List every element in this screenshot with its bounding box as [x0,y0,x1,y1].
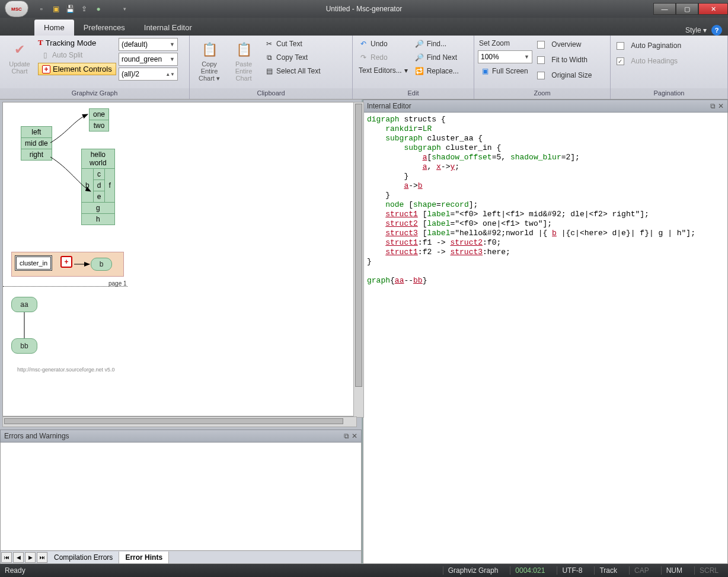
close-icon[interactable]: ✕ [718,102,724,110]
cell-right: right [21,149,52,161]
tracking-mode-label: Tracking Mode [46,39,97,47]
redo-button[interactable]: ↷Redo [356,52,410,63]
cell-one: one [90,109,109,120]
scroll-thumb[interactable] [355,104,362,387]
stepper-icon: ▲▼ [165,72,175,77]
statusbar: Ready Graphviz Graph 0004:021 UTF-8 Trac… [0,564,728,577]
internal-editor-title: Internal Editor [367,102,411,110]
paste-entire-chart-button[interactable]: 📋 Paste EntireChart [228,38,260,84]
pin-icon[interactable]: ⧉ [710,102,716,110]
code-editor[interactable]: digraph structs { rankdir=LR subgraph cl… [363,113,728,564]
close-icon[interactable]: ✕ [352,432,357,440]
window-title: Untitled - Msc-generator [326,5,403,13]
tab-compilation-errors[interactable]: Compilation Errors [48,552,119,563]
redo-icon: ↷ [359,53,368,62]
group-edit-label: Edit [353,88,474,99]
copy-text-button[interactable]: ⧉Copy Text [262,52,323,63]
nav-next-icon[interactable]: ▶ [25,552,36,563]
minimize-button[interactable]: — [653,3,676,15]
quick-access-toolbar: ▫ ▣ 💾 ⇪ ● ▾ [37,4,129,14]
arrows-svg [3,102,347,399]
update-chart-button[interactable]: ✔ Update Chart [4,38,36,77]
select-all-icon: ▤ [264,66,274,76]
copy-entire-chart-button[interactable]: 📋 Copy EntireChart ▾ [193,38,225,85]
horizontal-scrollbar[interactable] [2,416,357,427]
element-controls-button[interactable]: +Element Controls [38,63,116,75]
auto-pagination-toggle[interactable]: Auto Pagination [614,40,684,51]
tab-internal-editor[interactable]: Internal Editor [135,20,202,36]
nav-first-icon[interactable]: ⏮ [1,552,12,563]
original-size-toggle[interactable]: Original Size [535,70,594,81]
errors-panel: Errors and Warnings ⧉✕ ⏮ ◀ ▶ ⏭ Compilati… [0,429,362,564]
graph-canvas[interactable]: one two left mid dle right hello world b… [2,102,357,416]
full-screen-button[interactable]: ▣Full Screen [478,65,532,77]
status-num: NUM [661,566,687,575]
nav-last-icon[interactable]: ⏭ [37,552,47,563]
qat-save-icon[interactable]: 💾 [65,4,75,14]
checkbox-icon [537,41,545,49]
status-cap: CAP [629,566,654,575]
group-pagination-label: Pagination [611,88,727,99]
vertical-scrollbar[interactable] [353,102,364,418]
qat-dot-icon[interactable]: ● [94,4,103,14]
chevron-down-icon: ▼ [170,56,175,62]
cell-two: two [90,120,109,132]
qat-new-icon[interactable]: ▫ [37,4,46,14]
group-zoom-label: Zoom [474,88,610,99]
plus-badge-icon[interactable]: + [60,256,72,268]
tracking-mode-toggle[interactable]: TTracking Mode [38,38,116,47]
overview-toggle[interactable]: Overview [535,39,594,50]
chevron-down-icon: ▼ [524,54,529,60]
tab-error-hints[interactable]: Error Hints [119,552,169,563]
checkbox-icon [617,42,624,50]
errors-tabs: ⏮ ◀ ▶ ⏭ Compilation Errors Error Hints [0,551,362,564]
find-icon: 🔎 [415,39,424,49]
replace-icon: 🔁 [415,66,424,76]
qat-more-icon[interactable]: ▾ [120,4,129,14]
design-select-1[interactable]: (default)▼ [119,38,178,51]
checkbox-icon [537,72,545,79]
nav-prev-icon[interactable]: ◀ [13,552,24,563]
page-select[interactable]: (all)/2▲▼ [119,68,178,81]
struct3-node: hello world bcf d e g h [81,149,115,225]
copy-icon: ⧉ [264,53,274,62]
scroll-thumb[interactable] [4,418,343,424]
close-button[interactable]: ✕ [698,3,728,15]
zoom-select[interactable]: 100%▼ [478,50,532,63]
replace-button[interactable]: 🔁Replace... [413,65,461,77]
node-b: b [91,258,112,271]
status-pos: 0004:021 [510,566,550,575]
undo-button[interactable]: ↶Undo [356,38,410,50]
qat-export-icon[interactable]: ⇪ [79,4,89,14]
qat-open-icon[interactable]: ▣ [51,4,60,14]
select-all-button[interactable]: ▤Select All Text [262,65,323,77]
group-clipboard-label: Clipboard [190,88,352,99]
node-aa: aa [11,297,37,312]
auto-split-toggle[interactable]: ▯Auto Split [38,49,116,61]
maximize-button[interactable]: ▢ [676,3,698,15]
scissors-icon: ✂ [264,39,274,49]
tab-home[interactable]: Home [34,20,74,36]
fit-width-toggle[interactable]: Fit to Width [535,55,594,65]
help-icon[interactable]: ? [711,25,722,36]
pin-icon[interactable]: ⧉ [344,432,349,440]
tab-preferences[interactable]: Preferences [74,20,135,36]
design-select-2[interactable]: round_green▼ [119,53,178,66]
window-controls: — ▢ ✕ [653,3,728,15]
set-zoom-label: Set Zoom [478,38,532,49]
find-next-button[interactable]: 🔎Find Next [413,52,461,63]
chevron-down-icon: ▼ [170,41,175,47]
status-track: Track [594,566,622,575]
find-next-icon: 🔎 [415,53,424,62]
ribbon-tabbar: Home Preferences Internal Editor Style ▾… [0,18,728,36]
auto-headings-toggle[interactable]: Auto Headings [614,56,684,66]
text-editors-button[interactable]: Text Editors... ▾ [356,65,410,76]
errors-body [0,443,362,551]
cut-text-button[interactable]: ✂Cut Text [262,38,323,50]
find-button[interactable]: 🔎Find... [413,38,461,50]
errors-title: Errors and Warnings [4,432,69,440]
fullscreen-icon: ▣ [480,66,490,76]
style-menu[interactable]: Style ▾ [685,26,707,34]
app-icon[interactable]: MSC [5,1,28,17]
checkmark-icon: ✔ [10,40,29,59]
